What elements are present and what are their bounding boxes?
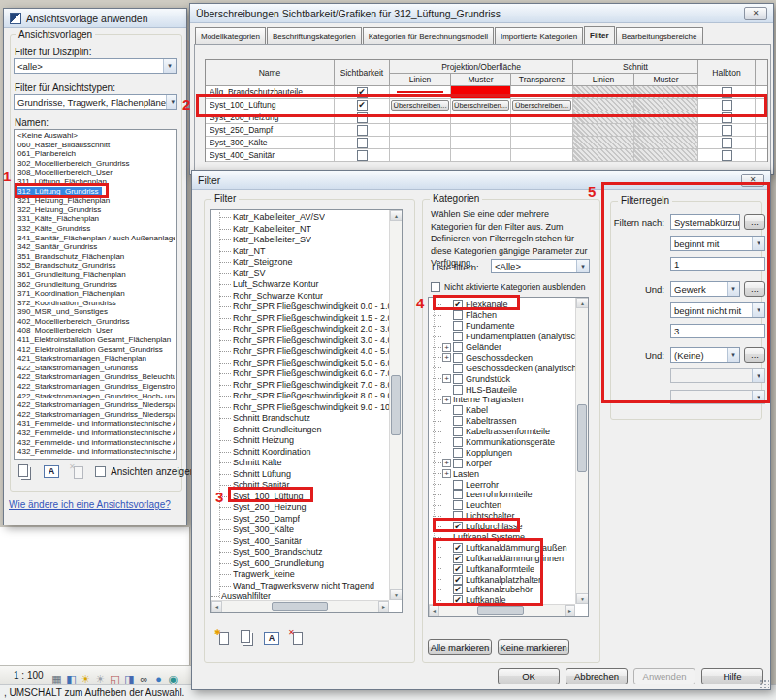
- select-none-button[interactable]: Keine markieren: [498, 639, 569, 655]
- view-template-item[interactable]: 421_Starkstromanlagen_Flächenplan: [16, 354, 175, 364]
- category-item[interactable]: Kabeltrassen: [429, 416, 575, 427]
- category-item[interactable]: +Körper: [429, 458, 575, 468]
- rule2-operator-select[interactable]: beginnt nicht mit ▾: [670, 302, 765, 318]
- scroll-left-icon[interactable]: ◄: [429, 605, 439, 617]
- filter-tree-item[interactable]: Schnitt Brandschutz: [211, 413, 389, 425]
- tab-0[interactable]: Modellkategorien: [195, 27, 266, 45]
- halftone-checkbox[interactable]: [722, 125, 732, 136]
- filter-tree-item[interactable]: Rohr_SPR Fließgeschwindigkeit 8.0 - 9.0: [211, 391, 389, 402]
- halftone-checkbox[interactable]: [722, 150, 732, 161]
- table-row[interactable]: Syst_100_Lüftung✔Überschreiben...Übersch…: [206, 99, 767, 111]
- expand-icon[interactable]: +: [442, 353, 451, 362]
- filter-tree-item[interactable]: Rohr_SPR Fließgeschwindigkeit 7.0 - 8.0: [211, 380, 389, 392]
- view-template-item[interactable]: 302_Modellierbereich_Grundriss: [16, 159, 175, 169]
- halftone-checkbox[interactable]: [722, 112, 732, 123]
- category-item[interactable]: +Grundstück: [429, 373, 575, 384]
- help-link[interactable]: Wie ändere ich eine Ansichtsvorlage?: [9, 499, 171, 510]
- view-template-item[interactable]: 332_Kälte_Grundriss: [16, 224, 175, 234]
- category-item[interactable]: Geschossdecken (analytisch): [429, 363, 575, 373]
- categories-vertical-scrollbar[interactable]: ▲ ▼: [575, 298, 588, 604]
- category-checkbox[interactable]: [453, 459, 463, 468]
- category-item[interactable]: Leerrohrformteile: [429, 490, 575, 500]
- rule1-operator-select[interactable]: beginnt mit ▾: [670, 236, 765, 251]
- filter-tree-item[interactable]: Rohr_Schwarze Kontur: [211, 291, 389, 302]
- category-checkbox[interactable]: [453, 332, 463, 341]
- show-views-checkbox[interactable]: [95, 466, 106, 477]
- chevron-down-icon[interactable]: ▾: [727, 348, 739, 362]
- filter-tree-item[interactable]: Rohr_SPR Fließgeschwindigkeit 4.0 - 5.0: [211, 346, 389, 358]
- category-item[interactable]: Fundamente: [429, 321, 575, 332]
- filter-tree-item[interactable]: Syst_600_Grundleitung: [211, 558, 389, 570]
- filter-tree-item[interactable]: Schnitt Koordination: [211, 447, 389, 459]
- rename-icon[interactable]: A: [44, 465, 59, 478]
- filter-tree-item[interactable]: Wand_Tragwerksverw nicht Tragend: [211, 581, 389, 592]
- category-checkbox[interactable]: [453, 511, 463, 521]
- category-checkbox[interactable]: [453, 480, 463, 490]
- view-template-item[interactable]: 312_Lüftung_Grundriss: [16, 187, 102, 197]
- delete-icon[interactable]: ✕: [69, 464, 88, 481]
- filter-tree-item[interactable]: Syst_100_Lüftung: [211, 492, 389, 503]
- filter-tree-item[interactable]: Schnitt Heizung: [211, 435, 389, 447]
- filter-tree-item[interactable]: Luft_Schwarze Kontur: [211, 279, 389, 291]
- category-checkbox[interactable]: ✔: [453, 543, 463, 553]
- halftone-checkbox[interactable]: [722, 138, 732, 148]
- view-template-item[interactable]: <Keine Auswahl>: [16, 131, 175, 141]
- view-template-item[interactable]: 422_Starkstromanlagen_Grundriss_Niedersp…: [16, 400, 175, 410]
- category-checkbox[interactable]: [453, 321, 463, 331]
- filter-tree-item[interactable]: Tragwerk_keine: [211, 569, 389, 581]
- view-template-item[interactable]: 061_Planbereich: [16, 149, 175, 159]
- filter-tree-item[interactable]: Syst_400_Sanitär: [211, 536, 389, 548]
- category-item[interactable]: ✔Luftkanalplatzhalter: [429, 574, 575, 585]
- filter-tree-item[interactable]: Schnitt Sanitär: [211, 480, 389, 492]
- filter-tree-item[interactable]: Rohr_SPR Fließgeschwindigkeit 9.0 - 10.0: [211, 402, 389, 414]
- filter-tree-item[interactable]: Rohr_SPR Fließgeschwindigkeit 5.0 - 6.0: [211, 358, 389, 369]
- select-all-button[interactable]: Alle markieren: [428, 639, 492, 655]
- visibility-checkbox[interactable]: [357, 138, 368, 148]
- filter-tree-item[interactable]: Katr_Kabelleiter_AV/SV: [211, 212, 389, 224]
- view-template-item[interactable]: 331_Kälte_Flächenplan: [16, 214, 175, 224]
- duplicate-filter-icon[interactable]: [239, 630, 258, 647]
- view-template-item[interactable]: 362_Grundleitung_Grundriss: [16, 280, 175, 290]
- expand-icon[interactable]: +: [442, 459, 451, 467]
- hide-unchecked-checkbox[interactable]: [431, 282, 440, 292]
- tab-1[interactable]: Beschriftungskategorien: [267, 27, 362, 45]
- view-template-item[interactable]: 412_Elektroinstallation Gesamt_Grundriss: [16, 345, 175, 355]
- category-checkbox[interactable]: ✔: [453, 300, 463, 309]
- view-template-item[interactable]: 372_Koordination_Grundriss: [16, 299, 175, 308]
- tab-4[interactable]: Filter: [584, 26, 615, 45]
- category-item[interactable]: ✔Flexkanäle: [429, 300, 575, 310]
- category-checkbox[interactable]: [453, 448, 463, 458]
- view-template-item[interactable]: 352_Brandschutz_Grundriss: [16, 261, 175, 270]
- names-list[interactable]: <Keine Auswahl>060_Raster_Bildausschnitt…: [14, 129, 177, 460]
- filter-tree-item[interactable]: Katr_SV: [211, 269, 389, 280]
- close-icon[interactable]: ✕: [741, 174, 764, 187]
- scrollbar-thumb[interactable]: [272, 602, 328, 611]
- category-checkbox[interactable]: [453, 500, 463, 510]
- category-item[interactable]: Leuchten: [429, 500, 575, 511]
- view-template-item[interactable]: 371_Koordination_Flächenplan: [16, 289, 175, 299]
- rule1-browse-button[interactable]: ...: [744, 214, 765, 230]
- duplicate-icon[interactable]: [16, 464, 36, 481]
- category-item[interactable]: Kabeltrassenformteile: [429, 427, 575, 437]
- view-template-item[interactable]: 361_Grundleitung_Flächenplan: [16, 270, 175, 280]
- category-item[interactable]: Flächen: [429, 310, 575, 321]
- filter-tree-item[interactable]: Schnitt Kälte: [211, 458, 389, 469]
- category-checkbox[interactable]: ✔: [453, 522, 463, 531]
- filter-tree-item[interactable]: Syst_300_Kälte: [211, 525, 389, 536]
- tree-horizontal-scrollbar[interactable]: ◄ ►: [211, 600, 389, 612]
- category-item[interactable]: Kopplungen: [429, 447, 575, 458]
- table-row[interactable]: Syst_250_Dampf: [206, 124, 767, 137]
- view-template-item[interactable]: 432_Fernmelde- und informationstechnisch…: [16, 438, 175, 448]
- chevron-down-icon[interactable]: ▾: [727, 282, 739, 296]
- scroll-right-icon[interactable]: ►: [378, 601, 389, 613]
- chevron-down-icon[interactable]: ▾: [576, 260, 589, 272]
- filter-tree-item[interactable]: Syst_200_Heizung: [211, 502, 389, 514]
- category-item[interactable]: Kommunikationsgeräte: [429, 437, 575, 448]
- category-checkbox[interactable]: [453, 427, 463, 436]
- category-item[interactable]: Leerrohr: [429, 479, 575, 490]
- category-item[interactable]: +Lasten: [429, 468, 575, 479]
- table-row[interactable]: Syst_400_Sanitär: [206, 149, 767, 162]
- category-item[interactable]: ✔Luftkanalformteile: [429, 563, 575, 574]
- list-filter-select[interactable]: <Alle> ▾: [491, 259, 590, 273]
- view-template-item[interactable]: 432_Fernmelde- und informationstechnisch…: [16, 447, 175, 457]
